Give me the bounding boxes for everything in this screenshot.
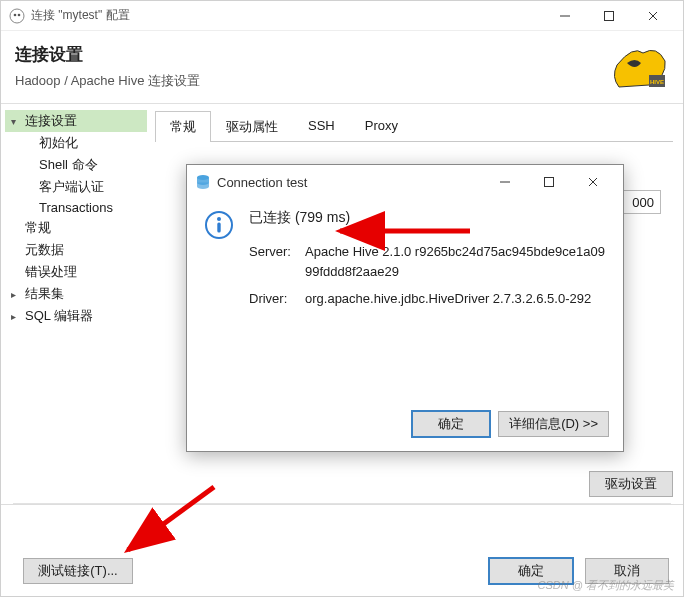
chevron-right-icon: ▸	[11, 311, 23, 322]
tree-item-sql-editor[interactable]: ▸SQL 编辑器	[5, 305, 147, 327]
tree-item-connection-settings[interactable]: ▾连接设置	[5, 110, 147, 132]
server-value: Apache Hive 2.1.0 r9265bc24d75ac945bde9c…	[305, 242, 607, 281]
dialog-details-button[interactable]: 详细信息(D) >>	[498, 411, 609, 437]
tab-driver-props[interactable]: 驱动属性	[211, 111, 293, 142]
driver-label: Driver:	[249, 289, 305, 309]
driver-settings-button[interactable]: 驱动设置	[589, 471, 673, 497]
window-title: 连接 "mytest" 配置	[31, 7, 543, 24]
database-icon	[195, 174, 211, 190]
page-subtitle: Hadoop / Apache Hive 连接设置	[15, 72, 613, 90]
test-connection-button[interactable]: 测试链接(T)...	[23, 558, 133, 584]
dialog-maximize-button[interactable]	[527, 166, 571, 198]
tree-item-client-auth[interactable]: 客户端认证	[5, 176, 147, 198]
titlebar: 连接 "mytest" 配置	[1, 1, 683, 31]
tree-item-error-handling[interactable]: 错误处理	[5, 261, 147, 283]
server-label: Server:	[249, 242, 305, 281]
connection-test-dialog: Connection test 已连接 (799 ms) Server: Apa…	[186, 164, 624, 452]
tree-item-metadata[interactable]: 元数据	[5, 239, 147, 261]
chevron-right-icon: ▸	[11, 289, 23, 300]
tab-proxy[interactable]: Proxy	[350, 111, 413, 142]
tab-general[interactable]: 常规	[155, 111, 211, 142]
connection-status-message: 已连接 (799 ms)	[249, 207, 607, 228]
tree-item-shell[interactable]: Shell 命令	[5, 154, 147, 176]
tree-item-init[interactable]: 初始化	[5, 132, 147, 154]
svg-rect-11	[545, 178, 554, 187]
dialog-close-button[interactable]	[571, 166, 615, 198]
dialog-titlebar: Connection test	[187, 165, 623, 199]
header: 连接设置 Hadoop / Apache Hive 连接设置 HIVE	[1, 31, 683, 103]
chevron-down-icon: ▾	[11, 116, 23, 127]
dialog-ok-button[interactable]: 确定	[412, 411, 490, 437]
tree-item-resultset[interactable]: ▸结果集	[5, 283, 147, 305]
hive-logo-icon: HIVE	[613, 43, 669, 95]
dialog-minimize-button[interactable]	[483, 166, 527, 198]
tree-item-general[interactable]: 常规	[5, 217, 147, 239]
tree-item-transactions[interactable]: Transactions	[5, 198, 147, 217]
driver-value: org.apache.hive.jdbc.HiveDriver 2.7.3.2.…	[305, 289, 607, 309]
page-title: 连接设置	[15, 43, 613, 66]
dialog-title: Connection test	[217, 175, 483, 190]
svg-point-15	[217, 217, 221, 221]
watermark: CSDN @ 看不到的永远最美	[538, 578, 674, 593]
nav-tree: ▾连接设置 初始化 Shell 命令 客户端认证 Transactions 常规…	[1, 104, 151, 503]
maximize-button[interactable]	[587, 1, 631, 31]
tabbar: 常规 驱动属性 SSH Proxy	[155, 110, 673, 142]
close-button[interactable]	[631, 1, 675, 31]
svg-point-2	[18, 13, 21, 16]
svg-rect-16	[217, 223, 220, 233]
tab-ssh[interactable]: SSH	[293, 111, 350, 142]
minimize-button[interactable]	[543, 1, 587, 31]
svg-point-0	[10, 9, 24, 23]
svg-point-1	[14, 13, 17, 16]
app-icon	[9, 8, 25, 24]
info-icon	[203, 209, 235, 241]
svg-text:HIVE: HIVE	[650, 79, 664, 85]
svg-rect-4	[605, 11, 614, 20]
